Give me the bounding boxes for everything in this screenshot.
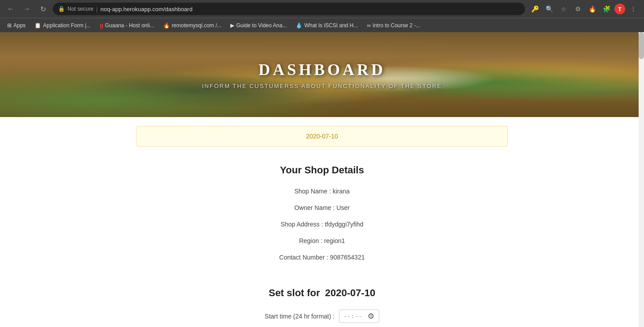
start-time-label: Start time (24 hr format) : [265, 313, 335, 320]
reload-button[interactable]: ↻ [37, 3, 49, 15]
dashboard-title: DASHBOARD [258, 60, 386, 79]
fire-icon[interactable]: 🔥 [586, 3, 598, 15]
contact-row: Contact Number : 9087654321 [143, 253, 501, 262]
url-text: noq-app.herokuapp.com/dashboard [100, 6, 192, 13]
shop-address-text: Shop Address : tfdydggi7yfihd [280, 221, 363, 228]
bookmark-iscsi-label: What Is iSCSI and H... [304, 22, 358, 29]
set-slot-date: 2020-07-10 [325, 287, 376, 298]
application-form-icon: 📋 [34, 22, 41, 29]
bookmark-remotemysql[interactable]: 🔥 remotemysql.com /... [160, 21, 225, 29]
page-content: DASHBOARD INFORM THE CUSTUMERSS ABOUT FU… [0, 32, 644, 327]
owner-name-text: Owner Name : User [294, 204, 350, 211]
scrollbar-thumb[interactable] [639, 32, 644, 59]
toolbar-icons: 🔑 🔍 ☆ ⚙ 🔥 🧩 T ⋮ [529, 3, 640, 15]
bookmark-application-form-label: Application Form |... [43, 22, 91, 29]
hero-subtitle: INFORM THE CUSTUMERSS ABOUT FUNCTIONALIT… [202, 83, 442, 89]
search-icon[interactable]: 🔍 [543, 3, 555, 15]
bookmark-apps[interactable]: ⊞ Apps [4, 21, 29, 29]
start-time-input[interactable] [339, 310, 379, 323]
extensions-icon[interactable]: 🧩 [600, 3, 613, 15]
shop-name-row: Shop Name : kirana [143, 187, 501, 196]
shop-details-section: Your Shop Details Shop Name : kirana Own… [143, 155, 501, 283]
remotemysql-icon: 🔥 [163, 22, 170, 29]
bookmark-guaana-label: Guaana - Host onli... [105, 22, 154, 29]
owner-name-row: Owner Name : User [143, 203, 501, 213]
region-text: Region : region1 [299, 237, 345, 244]
lock-icon: 🔒 [58, 6, 65, 12]
bookmark-intro-course[interactable]: ∞ Intro to Course 2 -... [363, 21, 424, 29]
apps-grid-icon: ⊞ [7, 22, 12, 29]
bookmark-application-form[interactable]: 📋 Application Form |... [31, 21, 94, 29]
bookmark-intro-course-label: Intro to Course 2 -... [373, 22, 420, 29]
guide-video-icon: ▶ [230, 22, 234, 29]
browser-toolbar: ← → ↻ 🔒 Not secure | noq-app.herokuapp.c… [0, 0, 644, 18]
forward-button[interactable]: → [21, 3, 33, 15]
user-avatar[interactable]: T [614, 4, 625, 14]
bookmark-apps-label: Apps [13, 22, 25, 29]
date-text: 2020-07-10 [306, 133, 338, 140]
bookmarks-bar: ⊞ Apps 📋 Application Form |... g Guaana … [0, 18, 644, 32]
bookmark-star-icon[interactable]: ☆ [557, 3, 570, 15]
address-bar[interactable]: 🔒 Not secure | noq-app.herokuapp.com/das… [53, 3, 525, 15]
date-banner: 2020-07-10 [136, 126, 508, 147]
iscsi-icon: 💧 [296, 22, 302, 29]
shop-name-text: Shop Name : kirana [294, 188, 350, 195]
bookmark-guide-video[interactable]: ▶ Guide to Video Ana... [227, 21, 290, 29]
shop-address-row: Shop Address : tfdydggi7yfihd [143, 220, 501, 229]
bookmark-remotemysql-label: remotemysql.com /... [172, 22, 221, 29]
shop-details-title: Your Shop Details [143, 164, 501, 176]
bookmark-iscsi[interactable]: 💧 What Is iSCSI and H... [292, 21, 361, 29]
contact-text: Contact Number : 9087654321 [279, 254, 364, 261]
key-icon[interactable]: 🔑 [529, 3, 541, 15]
set-slot-title: Set slot for 2020-07-10 [143, 287, 501, 299]
settings-icon[interactable]: ⚙ [572, 3, 584, 15]
bookmark-guide-video-label: Guide to Video Ana... [236, 22, 287, 29]
intro-course-icon: ∞ [367, 22, 371, 29]
set-slot-section: Set slot for 2020-07-10 Start time (24 h… [143, 283, 501, 327]
set-slot-title-prefix: Set slot for [269, 287, 320, 298]
start-time-row: Start time (24 hr format) : [143, 310, 501, 323]
more-icon[interactable]: ⋮ [627, 3, 640, 15]
bookmark-guaana[interactable]: g Guaana - Host onli... [96, 21, 158, 29]
browser-chrome: ← → ↻ 🔒 Not secure | noq-app.herokuapp.c… [0, 0, 644, 32]
guaana-icon: g [100, 22, 103, 29]
scrollbar-track[interactable] [639, 32, 644, 327]
back-button[interactable]: ← [4, 3, 17, 15]
region-row: Region : region1 [143, 236, 501, 246]
hero-section: DASHBOARD INFORM THE CUSTUMERSS ABOUT FU… [0, 32, 644, 117]
url-separator: | [96, 6, 97, 13]
not-secure-text: Not secure [68, 6, 93, 12]
